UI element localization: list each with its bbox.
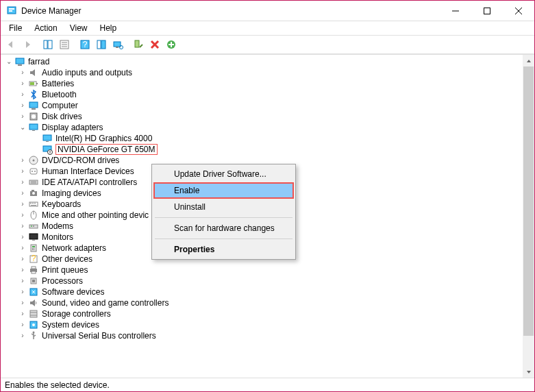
minimize-button[interactable] bbox=[440, 1, 471, 21]
tree-node[interactable]: ⌄Display adapters bbox=[1, 122, 523, 133]
tree-node[interactable]: ›Audio inputs and outputs bbox=[1, 67, 523, 78]
scroll-thumb[interactable] bbox=[523, 66, 534, 336]
chevron-right-icon[interactable]: › bbox=[17, 332, 28, 339]
tree-leaf[interactable]: NVIDIA GeForce GT 650M bbox=[1, 144, 523, 155]
tree-node[interactable]: ›Sound, video and game controllers bbox=[1, 297, 523, 308]
chevron-down-icon[interactable]: ⌄ bbox=[17, 124, 28, 131]
context-menu-item[interactable]: Uninstall bbox=[153, 199, 294, 215]
chevron-right-icon[interactable]: › bbox=[17, 223, 28, 230]
dvd-icon bbox=[28, 155, 39, 166]
chevron-right-icon[interactable]: › bbox=[17, 91, 28, 98]
tree-label: Audio inputs and outputs bbox=[42, 68, 132, 77]
tree-label: System devices bbox=[42, 320, 99, 330]
context-menu-item[interactable]: Scan for hardware changes bbox=[153, 220, 294, 236]
chevron-right-icon[interactable]: › bbox=[17, 256, 28, 262]
svg-rect-64 bbox=[32, 246, 35, 247]
tree-node[interactable]: ›Universal Serial Bus controllers bbox=[1, 330, 523, 341]
menu-view[interactable]: View bbox=[64, 22, 93, 34]
svg-rect-24 bbox=[16, 58, 24, 64]
context-menu-item[interactable]: Enable bbox=[153, 182, 294, 199]
help-button[interactable]: ? bbox=[77, 37, 92, 52]
svg-rect-45 bbox=[29, 180, 38, 184]
tree-node[interactable]: ›Batteries bbox=[1, 78, 523, 89]
chevron-right-icon[interactable]: › bbox=[17, 80, 28, 87]
tree-node[interactable]: ›System devices bbox=[1, 319, 523, 330]
chevron-right-icon[interactable]: › bbox=[17, 299, 28, 306]
chevron-right-icon[interactable]: › bbox=[17, 157, 28, 164]
svg-point-79 bbox=[32, 323, 35, 326]
svg-point-59 bbox=[31, 225, 32, 227]
chevron-right-icon[interactable]: › bbox=[17, 321, 28, 328]
svg-rect-29 bbox=[29, 102, 38, 108]
chevron-right-icon[interactable]: › bbox=[17, 234, 28, 241]
scroll-up-button[interactable] bbox=[523, 55, 534, 66]
tree-leaf[interactable]: Intel(R) HD Graphics 4000 bbox=[1, 133, 523, 144]
back-button[interactable] bbox=[3, 37, 18, 52]
svg-rect-51 bbox=[29, 202, 38, 206]
chevron-right-icon[interactable]: › bbox=[17, 289, 28, 295]
maximize-button[interactable] bbox=[471, 1, 503, 21]
tree-label: Computer bbox=[42, 101, 78, 110]
chevron-right-icon[interactable]: › bbox=[17, 278, 28, 284]
svg-rect-36 bbox=[46, 141, 49, 142]
chevron-down-icon[interactable]: ⌄ bbox=[3, 58, 14, 65]
chevron-right-icon[interactable]: › bbox=[17, 168, 28, 175]
svg-rect-2 bbox=[9, 10, 12, 12]
close-button[interactable] bbox=[503, 1, 534, 21]
context-menu-item[interactable]: Properties bbox=[153, 241, 294, 258]
tree-label: IDE ATA/ATAPI controllers bbox=[42, 177, 137, 187]
svg-rect-4 bbox=[484, 8, 490, 14]
tree-node[interactable]: ›Computer bbox=[1, 100, 523, 111]
chevron-right-icon[interactable]: › bbox=[17, 190, 28, 197]
app-icon bbox=[6, 5, 17, 16]
vertical-scrollbar[interactable] bbox=[523, 55, 534, 378]
bluetooth-icon bbox=[28, 89, 39, 100]
menu-help[interactable]: Help bbox=[95, 22, 123, 34]
content-area: ⌄farrad›Audio inputs and outputs›Batteri… bbox=[1, 54, 534, 378]
show-hide-tree-button[interactable] bbox=[40, 37, 55, 52]
monitor-icon bbox=[28, 232, 39, 243]
chevron-right-icon[interactable]: › bbox=[17, 201, 28, 208]
forward-button[interactable] bbox=[20, 37, 35, 52]
tree-root[interactable]: ⌄farrad bbox=[1, 56, 523, 67]
menu-action[interactable]: Action bbox=[29, 22, 62, 34]
tree-node[interactable]: ›Storage controllers bbox=[1, 308, 523, 319]
chevron-right-icon[interactable]: › bbox=[17, 102, 28, 109]
svg-rect-75 bbox=[30, 310, 37, 317]
chevron-right-icon[interactable]: › bbox=[17, 69, 28, 76]
toolbar-button[interactable] bbox=[94, 37, 109, 52]
scan-button[interactable] bbox=[110, 37, 125, 52]
cpu-icon bbox=[28, 275, 39, 286]
chevron-right-icon[interactable]: › bbox=[17, 113, 28, 120]
print-icon bbox=[28, 265, 39, 275]
svg-point-19 bbox=[120, 46, 123, 49]
tree-label: Print queues bbox=[42, 265, 88, 275]
properties-button[interactable] bbox=[57, 37, 72, 52]
uninstall-button[interactable] bbox=[147, 37, 162, 52]
svg-point-39 bbox=[50, 154, 51, 154]
chevron-right-icon[interactable]: › bbox=[17, 245, 28, 252]
tree-node[interactable]: ›Software devices bbox=[1, 286, 523, 297]
tree-node[interactable]: ›Disk drives bbox=[1, 111, 523, 122]
scroll-down-button[interactable] bbox=[523, 366, 534, 378]
tree-node[interactable]: ›Bluetooth bbox=[1, 89, 523, 100]
enable-button[interactable] bbox=[131, 37, 146, 52]
tree-label: Modems bbox=[42, 221, 73, 231]
menu-file[interactable]: File bbox=[3, 22, 27, 34]
chevron-right-icon[interactable]: › bbox=[17, 267, 28, 273]
tree-label: DVD/CD-ROM drives bbox=[42, 156, 119, 165]
chevron-right-icon[interactable]: › bbox=[17, 212, 28, 219]
scroll-track[interactable] bbox=[523, 66, 534, 366]
toolbar: ? bbox=[1, 35, 534, 54]
disk-icon bbox=[28, 111, 39, 122]
tree-label: Monitors bbox=[42, 232, 73, 242]
tree-node[interactable]: ›Processors bbox=[1, 275, 523, 286]
svg-rect-35 bbox=[43, 135, 51, 140]
context-menu-separator bbox=[155, 217, 293, 218]
chevron-right-icon[interactable]: › bbox=[17, 310, 28, 317]
context-menu-item[interactable]: Update Driver Software... bbox=[153, 166, 294, 182]
update-button[interactable] bbox=[164, 37, 179, 52]
display-warn-icon bbox=[42, 144, 53, 155]
chevron-right-icon[interactable]: › bbox=[17, 179, 28, 186]
tree-node[interactable]: ›Print queues bbox=[1, 265, 523, 275]
